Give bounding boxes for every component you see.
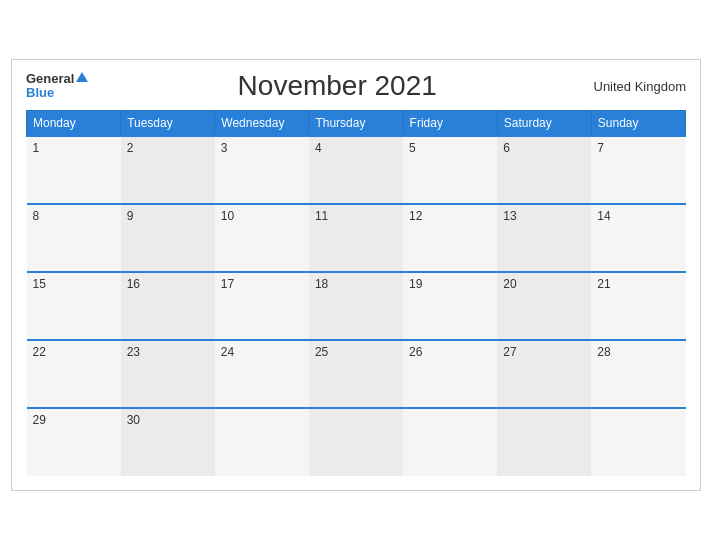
calendar-day-cell: 12 (403, 204, 497, 272)
calendar-day-cell: 7 (591, 136, 685, 204)
calendar-day-cell: 24 (215, 340, 309, 408)
calendar-day-cell: 4 (309, 136, 403, 204)
calendar-day-cell: 21 (591, 272, 685, 340)
calendar-day-cell (591, 408, 685, 476)
calendar-week-row: 15161718192021 (27, 272, 686, 340)
day-number: 13 (503, 209, 516, 223)
calendar-day-cell: 23 (121, 340, 215, 408)
day-number: 19 (409, 277, 422, 291)
col-wednesday: Wednesday (215, 111, 309, 137)
day-number: 23 (127, 345, 140, 359)
col-tuesday: Tuesday (121, 111, 215, 137)
calendar-day-cell: 28 (591, 340, 685, 408)
calendar-week-row: 891011121314 (27, 204, 686, 272)
calendar-day-cell: 10 (215, 204, 309, 272)
day-number: 22 (33, 345, 46, 359)
col-friday: Friday (403, 111, 497, 137)
calendar-day-cell: 26 (403, 340, 497, 408)
day-number: 12 (409, 209, 422, 223)
calendar-body: 1234567891011121314151617181920212223242… (27, 136, 686, 476)
calendar-day-cell: 30 (121, 408, 215, 476)
calendar-day-cell: 3 (215, 136, 309, 204)
day-number: 5 (409, 141, 416, 155)
col-sunday: Sunday (591, 111, 685, 137)
logo-blue-text: Blue (26, 86, 88, 100)
calendar-week-row: 1234567 (27, 136, 686, 204)
calendar-table: Monday Tuesday Wednesday Thursday Friday… (26, 110, 686, 476)
day-number: 20 (503, 277, 516, 291)
calendar-day-cell: 2 (121, 136, 215, 204)
day-number: 18 (315, 277, 328, 291)
day-number: 9 (127, 209, 134, 223)
day-number: 14 (597, 209, 610, 223)
day-number: 1 (33, 141, 40, 155)
calendar-day-cell: 6 (497, 136, 591, 204)
calendar-day-cell: 15 (27, 272, 121, 340)
calendar-day-cell: 5 (403, 136, 497, 204)
calendar-day-cell: 9 (121, 204, 215, 272)
calendar-day-cell: 16 (121, 272, 215, 340)
day-number: 6 (503, 141, 510, 155)
calendar-day-cell: 13 (497, 204, 591, 272)
col-saturday: Saturday (497, 111, 591, 137)
calendar-day-cell: 25 (309, 340, 403, 408)
day-number: 15 (33, 277, 46, 291)
day-number: 25 (315, 345, 328, 359)
calendar-day-cell (403, 408, 497, 476)
logo: General Blue (26, 72, 88, 101)
day-number: 16 (127, 277, 140, 291)
calendar-week-row: 22232425262728 (27, 340, 686, 408)
day-number: 30 (127, 413, 140, 427)
calendar-day-cell: 22 (27, 340, 121, 408)
col-thursday: Thursday (309, 111, 403, 137)
day-number: 24 (221, 345, 234, 359)
calendar-day-cell: 18 (309, 272, 403, 340)
day-number: 26 (409, 345, 422, 359)
calendar-header-row: Monday Tuesday Wednesday Thursday Friday… (27, 111, 686, 137)
calendar-day-cell: 8 (27, 204, 121, 272)
col-monday: Monday (27, 111, 121, 137)
country-label: United Kingdom (586, 79, 686, 94)
day-number: 17 (221, 277, 234, 291)
day-number: 2 (127, 141, 134, 155)
logo-general-text: General (26, 72, 88, 86)
day-number: 3 (221, 141, 228, 155)
day-number: 4 (315, 141, 322, 155)
day-number: 10 (221, 209, 234, 223)
logo-triangle-icon (76, 72, 88, 82)
day-number: 27 (503, 345, 516, 359)
day-number: 7 (597, 141, 604, 155)
calendar-day-cell: 11 (309, 204, 403, 272)
calendar-day-cell (497, 408, 591, 476)
calendar-day-cell (215, 408, 309, 476)
calendar-day-cell: 14 (591, 204, 685, 272)
calendar-day-cell: 29 (27, 408, 121, 476)
day-number: 8 (33, 209, 40, 223)
day-number: 28 (597, 345, 610, 359)
calendar-header: General Blue November 2021 United Kingdo… (26, 70, 686, 102)
calendar: General Blue November 2021 United Kingdo… (11, 59, 701, 491)
calendar-day-cell (309, 408, 403, 476)
calendar-week-row: 2930 (27, 408, 686, 476)
month-title: November 2021 (88, 70, 586, 102)
calendar-day-cell: 27 (497, 340, 591, 408)
calendar-day-cell: 1 (27, 136, 121, 204)
day-number: 21 (597, 277, 610, 291)
day-number: 29 (33, 413, 46, 427)
calendar-day-cell: 19 (403, 272, 497, 340)
calendar-day-cell: 17 (215, 272, 309, 340)
calendar-day-cell: 20 (497, 272, 591, 340)
day-number: 11 (315, 209, 328, 223)
